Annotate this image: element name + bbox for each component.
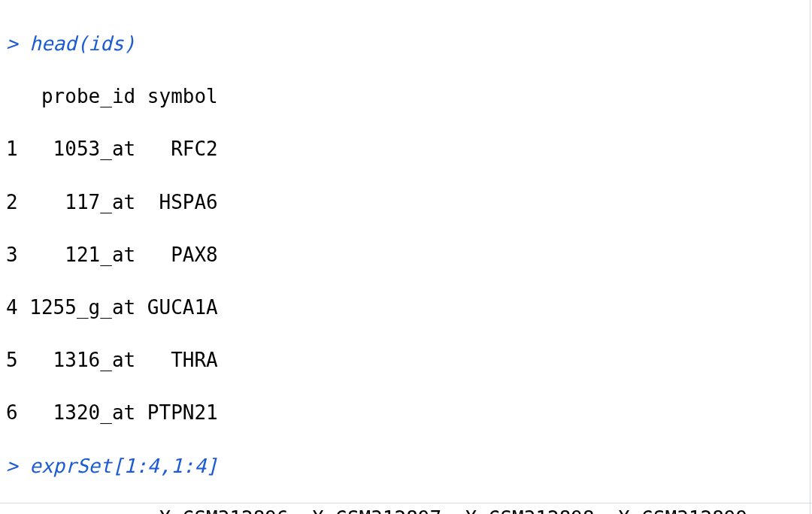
command-2: exprSet[1:4,1:4] (29, 455, 217, 477)
pane-divider-right (810, 0, 810, 514)
r-console[interactable]: > head(ids) probe_id symbol 1 1053_at RF… (0, 0, 812, 514)
ids-row-6: 6 1320_at PTPN21 (6, 400, 806, 426)
prompt: > (6, 455, 18, 477)
command-1: head(ids) (29, 32, 135, 55)
input-line-2: > exprSet[1:4,1:4] (6, 453, 806, 479)
ids-header: probe_id symbol (6, 83, 806, 110)
expr-header: X.GSM312896. X.GSM312897. X.GSM312898. X… (6, 506, 806, 514)
ids-row-2: 2 117_at HSPA6 (6, 189, 806, 216)
ids-row-1: 1 1053_at RFC2 (6, 136, 806, 162)
prompt: > (6, 32, 18, 55)
ids-row-4: 4 1255_g_at GUCA1A (6, 295, 806, 321)
pane-divider-bottom (0, 503, 812, 503)
ids-row-3: 3 121_at PAX8 (6, 242, 806, 268)
ids-row-5: 5 1316_at THRA (6, 347, 806, 373)
input-line-1: > head(ids) (6, 31, 806, 57)
